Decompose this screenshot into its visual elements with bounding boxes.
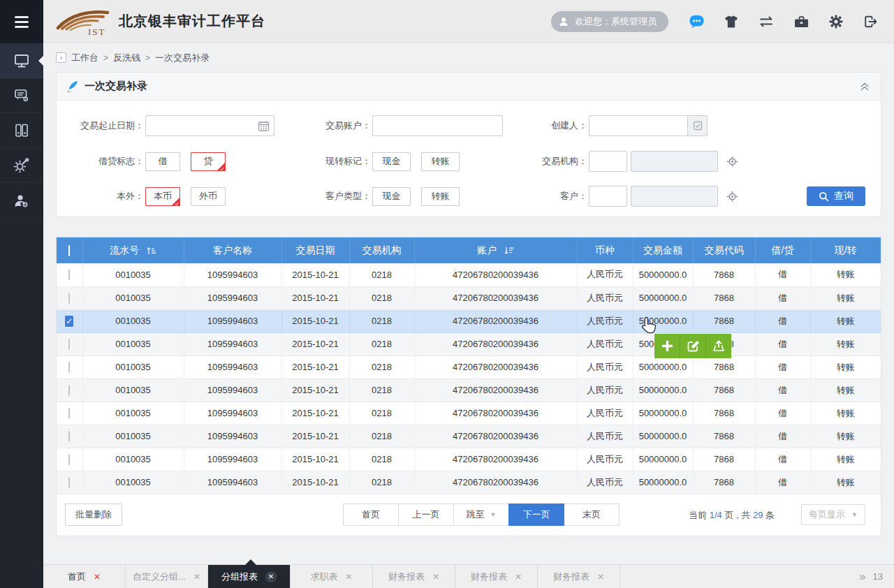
tab-3[interactable]: 分组报表✕ [208,565,291,588]
upload-row-button[interactable] [706,334,731,358]
table-cell: 人民币元 [577,309,633,332]
settings-icon[interactable] [828,14,844,29]
table-row[interactable]: 001003510959946032015-10-210218472067802… [57,425,881,448]
row-checkbox[interactable]: ✓ [65,316,73,327]
breadcrumb-item[interactable]: 一次交易补录 [155,52,210,64]
sidebar-item-system-settings[interactable] [0,148,43,183]
row-checkbox[interactable] [68,454,70,465]
table-cell: 人民币元 [577,286,633,309]
option-button[interactable]: 贷 [191,152,226,171]
app-logo: IST [54,7,110,36]
menu-toggle-button[interactable] [0,0,43,43]
sort-desc-icon[interactable] [504,246,514,256]
row-checkbox[interactable] [68,293,70,304]
row-checkbox[interactable] [68,431,70,442]
sidebar-item-messages[interactable] [0,78,43,113]
tab-label: 财务报表 [388,571,425,583]
table-cell: 转账 [810,425,881,448]
search-button[interactable]: 查询 [807,186,865,206]
page-size-select[interactable]: 每页显示▼ [801,504,865,525]
option-button[interactable]: 本币 [145,187,180,206]
row-checkbox[interactable] [68,339,70,350]
close-icon[interactable]: ✕ [265,571,277,582]
tab-2[interactable]: 自定义分组...✕ [126,565,208,588]
option-button[interactable]: 现金 [372,152,411,171]
sort-asc-icon[interactable] [146,246,156,256]
row-checkbox[interactable] [68,362,70,373]
logout-icon[interactable] [863,14,879,29]
table-row[interactable]: 001003510959946032015-10-210218472067802… [57,332,881,355]
option-button[interactable]: 借 [145,152,180,171]
last-page-button[interactable]: 末页 [564,504,620,526]
table-cell: 转账 [810,286,881,309]
swap-icon[interactable] [758,14,775,29]
sidebar-item-user-management[interactable] [0,183,43,218]
tab-label: 求职表 [310,571,337,583]
table-cell: 2015-10-21 [281,425,349,448]
select-all-checkbox[interactable] [68,245,70,256]
close-icon[interactable]: ✕ [597,572,604,582]
batch-delete-button[interactable]: 批量删除 [65,504,122,526]
first-page-button[interactable]: 首页 [343,504,399,526]
date-range-input[interactable] [145,115,274,136]
tab-1[interactable]: 首页✕ [43,565,126,588]
option-button[interactable]: 外币 [191,187,226,206]
table-cell: 50000000.0 [633,286,693,309]
table-row[interactable]: 001003510959946032015-10-210218472067802… [57,471,881,494]
row-checkbox[interactable] [68,408,70,419]
jump-to-button[interactable]: 跳至▼ [453,504,509,526]
org-locate-button[interactable] [726,156,738,168]
chevron-double-right-icon[interactable]: » [859,570,865,584]
add-row-button[interactable] [654,334,680,358]
table-cell: 0218 [349,471,414,494]
creator-select-button[interactable] [688,115,708,136]
calendar-icon[interactable] [258,120,270,135]
briefcase-icon[interactable] [793,14,809,29]
tshirt-icon[interactable] [724,14,739,29]
breadcrumb-item[interactable]: 反洗钱 [113,52,140,64]
table-row[interactable]: 001003510959946032015-10-210218472067802… [57,378,881,402]
row-checkbox[interactable] [68,385,70,396]
message-icon[interactable] [689,14,705,29]
tab-7[interactable]: 财务报表✕ [538,565,620,588]
close-icon[interactable]: ✕ [345,572,352,582]
table-cell: 转账 [810,378,881,402]
customer-locate-button[interactable] [726,191,738,203]
breadcrumb-item[interactable]: 工作台 [71,52,98,64]
user-welcome-pill[interactable]: 欢迎您：系统管理员 [551,11,668,32]
panel-title: 一次交易补录 [85,80,147,93]
customer-code-input[interactable] [589,186,627,207]
tab-4[interactable]: 求职表✕ [291,565,373,588]
close-icon[interactable]: ✕ [432,572,439,582]
row-checkbox[interactable] [68,269,70,280]
option-button[interactable]: 转账 [421,187,460,206]
table-cell: 人民币元 [577,355,633,378]
edit-row-button[interactable] [680,334,706,358]
prev-page-button[interactable]: 上一页 [398,504,454,526]
close-icon[interactable]: ✕ [193,572,200,582]
sidebar-item-workbench[interactable] [0,43,43,78]
account-input[interactable] [372,115,503,136]
tab-5[interactable]: 财务报表✕ [373,565,455,588]
creator-input[interactable] [589,115,688,136]
collapse-panel-button[interactable] [859,82,870,91]
option-button[interactable]: 转账 [421,152,460,171]
table-row[interactable]: 001003510959946032015-10-210218472067802… [57,402,881,425]
row-checkbox[interactable] [68,477,70,488]
table-row[interactable]: ✓001003510959946032015-10-21021847206780… [57,309,881,332]
sidebar-item-archives[interactable] [0,113,43,148]
option-button[interactable]: 现金 [372,187,411,206]
table-row[interactable]: 001003510959946032015-10-210218472067802… [57,286,881,309]
next-page-button[interactable]: 下一页 [508,504,564,526]
table-row[interactable]: 001003510959946032015-10-210218472067802… [57,355,881,378]
org-code-input[interactable] [589,151,627,172]
cash-flag-label: 现转标记： [287,155,371,168]
table-cell: 人民币元 [577,332,633,355]
table-row[interactable]: 001003510959946032015-10-210218472067802… [57,448,881,471]
close-icon[interactable]: ✕ [94,572,101,582]
table-cell: 人民币元 [577,425,633,448]
tab-6[interactable]: 财务报表✕ [455,565,538,588]
close-icon[interactable]: ✕ [515,572,522,582]
table-row[interactable]: 001003510959946032015-10-210218472067802… [57,263,881,286]
results-table-panel: 流水号 客户名称 交易日期 交易机构 账户 [56,237,881,536]
